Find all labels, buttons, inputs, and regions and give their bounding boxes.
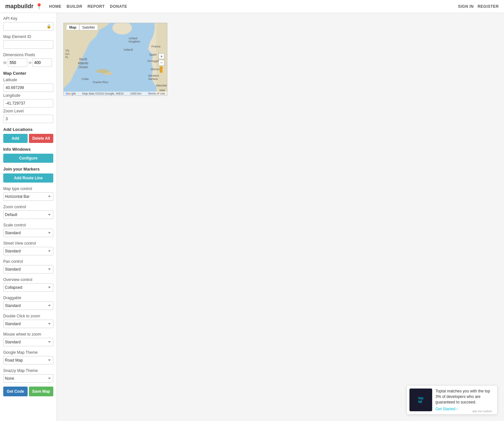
mouse-wheel-zoom-select[interactable]: Standard: [3, 338, 53, 346]
ad-banner: toptal Toptal matches you with the top 3…: [407, 385, 498, 415]
scale-control-select[interactable]: Standard: [3, 229, 53, 237]
join-markers-group: Join your Markers Add Route Line: [3, 167, 53, 183]
street-view-control-label: Street View control: [3, 241, 53, 246]
double-click-zoom-select[interactable]: Standard: [3, 320, 53, 328]
mouse-wheel-zoom-wrapper: Standard: [3, 338, 53, 346]
pan-control-select[interactable]: Standard: [3, 265, 53, 274]
svg-text:United: United: [129, 37, 137, 40]
add-locations-buttons: Add Delete All: [3, 134, 53, 143]
add-locations-label: Add Locations: [3, 127, 53, 132]
map-tab-map[interactable]: Map: [66, 24, 79, 30]
google-logo: Google: [66, 92, 76, 95]
navbar-right: SIGN IN REGISTER: [458, 4, 499, 9]
map-tab-bar: Map Satellite: [66, 24, 98, 30]
ad-logo-text: toptal: [418, 396, 423, 403]
add-button[interactable]: Add: [3, 134, 28, 143]
map-type-control-select[interactable]: Horizontal Bar: [3, 192, 53, 201]
map-tab-satellite[interactable]: Satellite: [79, 24, 98, 30]
google-map-theme-wrapper: Road Map: [3, 356, 53, 364]
ad-cta-link[interactable]: Get Started ›: [435, 407, 458, 411]
delete-all-button[interactable]: Delete All: [29, 134, 53, 143]
zoom-in-button[interactable]: +: [159, 53, 164, 59]
api-key-input[interactable]: [3, 22, 53, 31]
nav-donate[interactable]: DONATE: [110, 4, 127, 9]
svg-text:TN: TN: [65, 49, 69, 52]
zoom-out-button[interactable]: −: [159, 60, 164, 66]
save-map-button[interactable]: Save Map: [29, 387, 53, 396]
bottom-buttons: Get Code Save Map: [3, 387, 53, 396]
svg-text:Kingdom: Kingdom: [129, 40, 140, 43]
zoom-control-group: Zoom control Default: [3, 205, 53, 219]
nav-buildr[interactable]: BUILDR: [67, 4, 82, 9]
signin-link[interactable]: SIGN IN: [458, 4, 473, 9]
api-key-group: API Key 🔒: [3, 16, 53, 31]
map-scale: 1000 km: [130, 92, 142, 95]
zoom-level-input[interactable]: [3, 115, 53, 123]
width-input[interactable]: [8, 58, 27, 67]
configure-button[interactable]: Configure: [3, 154, 53, 163]
overview-control-select[interactable]: Collapsed: [3, 283, 53, 292]
svg-text:Ocean: Ocean: [78, 65, 88, 69]
map-element-id-input[interactable]: [3, 40, 53, 49]
snazzy-map-theme-group: Snazzy Map Theme None: [3, 368, 53, 383]
pan-control-wrapper: Standard: [3, 265, 53, 274]
register-link[interactable]: REGISTER: [478, 4, 499, 9]
svg-text:Portugal: Portugal: [148, 59, 159, 63]
info-windows-label: Info Windows: [3, 147, 53, 152]
snazzy-map-theme-wrapper: None: [3, 374, 53, 383]
nav-links: HOME BUILDR REPORT DONATE: [49, 4, 127, 9]
overview-control-wrapper: Collapsed: [3, 283, 53, 292]
draggable-label: Draggable: [3, 296, 53, 300]
ad-image: toptal: [409, 389, 432, 411]
latitude-input[interactable]: [3, 83, 53, 92]
add-route-line-button[interactable]: Add Route Line: [3, 173, 53, 183]
zoom-control-label: Zoom control: [3, 205, 53, 209]
scale-control-label: Scale control: [3, 223, 53, 227]
dimensions-group: Dimensions Pixels W H: [3, 53, 53, 67]
google-map-theme-select[interactable]: Road Map: [3, 356, 53, 364]
map-footer: Google Map data ©2016 Google, INEGI 1000…: [64, 92, 167, 96]
zoom-control-wrapper: Default: [3, 210, 53, 219]
draggable-select[interactable]: Standard: [3, 301, 53, 310]
svg-text:North: North: [79, 57, 87, 61]
snazzy-map-theme-label: Snazzy Map Theme: [3, 368, 53, 373]
mouse-wheel-zoom-group: Mouse wheel to zoom Standard: [3, 332, 53, 346]
google-map-theme-label: Google Map Theme: [3, 350, 53, 355]
svg-text:GA: GA: [65, 52, 70, 56]
dimensions-row: W H: [3, 58, 53, 67]
nav-home[interactable]: HOME: [49, 4, 61, 9]
api-key-input-wrapper: 🔒: [3, 22, 53, 31]
pan-control-label: Pan control: [3, 259, 53, 264]
height-input[interactable]: [32, 58, 52, 67]
svg-text:Cuba: Cuba: [82, 77, 89, 81]
longitude-input[interactable]: [3, 99, 53, 108]
longitude-label: Longitude: [3, 93, 53, 98]
ad-tagline: Toptal matches you with the top 3% of de…: [435, 389, 495, 405]
map-wrapper: North Atlantic Ocean United Kingdom Fran…: [63, 23, 167, 96]
snazzy-map-theme-select[interactable]: None: [3, 374, 53, 383]
info-windows-group: Info Windows Configure: [3, 147, 53, 163]
brand-name: mapbuildr: [5, 3, 33, 10]
map-type-control-wrapper: Horizontal Bar: [3, 192, 53, 201]
double-click-zoom-wrapper: Standard: [3, 320, 53, 328]
map-center-label: Map Center: [3, 71, 53, 76]
nav-report[interactable]: REPORT: [87, 4, 105, 9]
navbar-left: mapbuildr 📍 HOME BUILDR REPORT DONATE: [5, 3, 127, 10]
brand-logo[interactable]: mapbuildr 📍: [5, 3, 43, 10]
navbar: mapbuildr 📍 HOME BUILDR REPORT DONATE SI…: [0, 0, 504, 13]
svg-text:France: France: [151, 45, 161, 48]
zoom-control-select[interactable]: Default: [3, 210, 53, 219]
street-view-control-wrapper: Standard: [3, 247, 53, 255]
height-label: H: [29, 61, 31, 65]
add-locations-group: Add Locations Add Delete All: [3, 127, 53, 143]
map-zoom-controls: + −: [159, 53, 164, 66]
map-container[interactable]: North Atlantic Ocean United Kingdom Fran…: [63, 23, 167, 96]
dimensions-label: Dimensions Pixels: [3, 53, 53, 57]
get-code-button[interactable]: Get Code: [3, 387, 28, 396]
map-element-id-label: Map Element ID: [3, 34, 53, 39]
street-view-control-select[interactable]: Standard: [3, 247, 53, 255]
api-key-label: API Key: [3, 16, 53, 21]
map-terms: Terms of Use: [148, 92, 165, 95]
join-markers-label: Join your Markers: [3, 167, 53, 172]
double-click-zoom-label: Double Click to zoom: [3, 314, 53, 318]
